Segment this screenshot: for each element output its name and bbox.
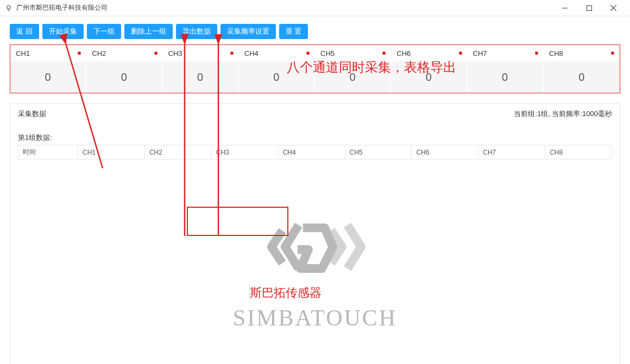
channel-value: 0 xyxy=(315,61,390,93)
channel-value: 0 xyxy=(10,61,85,93)
reset-button[interactable]: 重 置 xyxy=(279,24,308,39)
window-title: 广州市斯巴拓电子科技有限公司 xyxy=(16,3,108,12)
title-bar: 广州市斯巴拓电子科技有限公司 xyxy=(0,0,630,16)
channels-panel: CH1 0 CH2 0 CH3 0 CH4 0 CH5 0 CH6 0 CH7 … xyxy=(10,44,620,93)
col-ch4: CH4 xyxy=(278,145,345,159)
channel-4: CH4 0 xyxy=(239,45,315,93)
status-dot-icon xyxy=(154,52,158,55)
col-ch6: CH6 xyxy=(412,145,478,159)
data-table: 时间 CH1 CH2 CH3 CH4 CH5 CH6 CH7 CH8 xyxy=(18,145,612,159)
delete-prev-group-button[interactable]: 删除上一组 xyxy=(124,24,173,39)
panel-status: 当前组:1组, 当前频率:1000毫秒 xyxy=(514,109,612,119)
back-button[interactable]: 返 回 xyxy=(10,24,39,39)
status-dot-icon xyxy=(230,52,234,55)
close-button[interactable] xyxy=(601,0,626,16)
col-ch2: CH2 xyxy=(144,145,211,159)
channel-label: CH5 xyxy=(320,49,335,58)
panel-title: 采集数据 xyxy=(18,109,46,119)
channel-value: 0 xyxy=(163,61,238,93)
col-ch3: CH3 xyxy=(211,145,278,159)
minimize-button[interactable] xyxy=(552,0,577,16)
status-dot-icon xyxy=(459,52,462,55)
toolbar: 返 回 开始采集 下一组 删除上一组 导出数据 采集频率设置 重 置 xyxy=(0,16,630,44)
group-title: 第1组数据: xyxy=(18,133,612,143)
data-panel: 采集数据 当前组:1组, 当前频率:1000毫秒 第1组数据: 时间 CH1 C… xyxy=(10,103,620,364)
channel-value: 0 xyxy=(544,61,620,93)
maximize-button[interactable] xyxy=(577,0,601,16)
channel-value: 0 xyxy=(86,61,161,93)
channel-label: CH3 xyxy=(168,49,182,58)
status-dot-icon xyxy=(382,52,386,55)
col-ch1: CH1 xyxy=(78,145,145,159)
channel-label: CH2 xyxy=(92,49,106,58)
channel-1: CH1 0 xyxy=(10,45,86,93)
start-collect-button[interactable]: 开始采集 xyxy=(42,24,84,39)
col-ch5: CH5 xyxy=(345,145,412,159)
svg-rect-0 xyxy=(587,5,591,10)
status-dot-icon xyxy=(78,52,81,55)
col-time: 时间 xyxy=(18,145,78,159)
status-dot-icon xyxy=(611,52,614,55)
channel-5: CH5 0 xyxy=(315,45,391,93)
next-group-button[interactable]: 下一组 xyxy=(87,24,121,39)
channel-value: 0 xyxy=(468,61,543,93)
col-ch8: CH8 xyxy=(545,145,612,159)
channel-label: CH4 xyxy=(244,49,259,58)
app-icon xyxy=(4,4,13,12)
channel-label: CH1 xyxy=(16,49,30,58)
channel-label: CH8 xyxy=(549,49,563,58)
channel-value: 0 xyxy=(391,61,466,93)
export-data-button[interactable]: 导出数据 xyxy=(176,24,217,39)
channel-label: CH7 xyxy=(473,49,487,58)
channel-8: CH8 0 xyxy=(544,45,620,93)
channel-label: CH6 xyxy=(396,49,411,58)
channel-6: CH6 0 xyxy=(391,45,467,93)
col-ch7: CH7 xyxy=(478,145,545,159)
channel-value: 0 xyxy=(239,61,314,93)
channel-7: CH7 0 xyxy=(468,45,544,93)
status-dot-icon xyxy=(306,52,310,55)
channel-2: CH2 0 xyxy=(86,45,162,93)
channel-3: CH3 0 xyxy=(163,45,239,93)
collect-freq-button[interactable]: 采集频率设置 xyxy=(220,24,276,39)
status-dot-icon xyxy=(535,52,538,55)
